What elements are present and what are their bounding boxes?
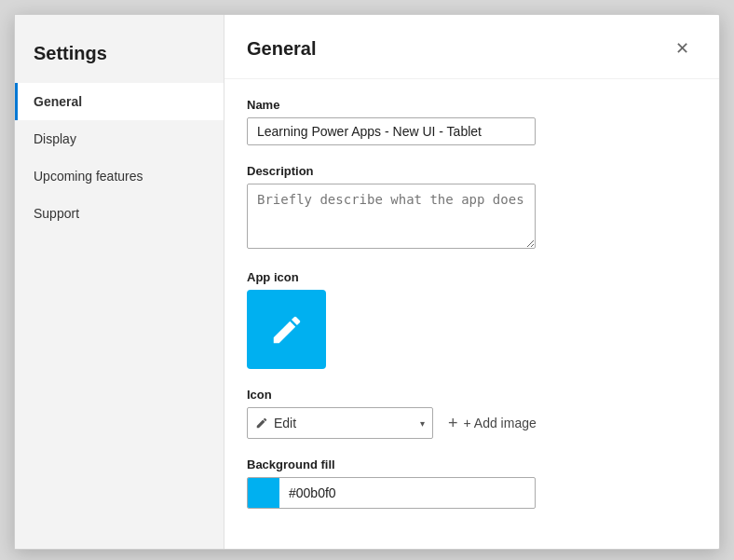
- sidebar-title: Settings: [15, 34, 224, 83]
- app-icon-group: App icon: [247, 270, 697, 369]
- icon-select[interactable]: Edit ▾: [247, 407, 433, 439]
- name-group: Name: [247, 98, 697, 145]
- plus-icon: +: [448, 414, 458, 433]
- background-fill-group: Background fill: [247, 458, 697, 509]
- background-fill-input[interactable]: [279, 485, 535, 500]
- pencil-icon: [269, 312, 305, 348]
- sidebar-item-upcoming-features[interactable]: Upcoming features: [15, 157, 224, 195]
- settings-dialog: Settings General Display Upcoming featur…: [14, 14, 720, 550]
- sidebar-item-display[interactable]: Display: [15, 120, 224, 157]
- name-label: Name: [247, 98, 697, 112]
- close-button[interactable]: ✕: [667, 34, 697, 63]
- add-image-button[interactable]: + + Add image: [448, 414, 537, 433]
- icon-group: Icon Edit ▾ +: [247, 388, 697, 439]
- pencil-small-icon: [255, 417, 268, 430]
- icon-label: Icon: [247, 388, 697, 402]
- description-input[interactable]: [247, 184, 536, 249]
- close-icon: ✕: [675, 38, 689, 59]
- name-input[interactable]: [247, 117, 536, 145]
- background-fill-row: [247, 477, 536, 509]
- main-header: General ✕: [224, 15, 719, 79]
- chevron-down-icon: ▾: [420, 418, 425, 429]
- description-group: Description: [247, 164, 697, 252]
- main-body: Name Description App icon: [224, 79, 719, 549]
- add-image-label: + Add image: [464, 416, 537, 430]
- app-icon-label: App icon: [247, 270, 697, 284]
- background-fill-label: Background fill: [247, 458, 697, 471]
- sidebar-item-support[interactable]: Support: [15, 195, 224, 232]
- app-icon-preview[interactable]: [247, 290, 326, 369]
- icon-row: Edit ▾ + + Add image: [247, 407, 697, 439]
- sidebar-item-general[interactable]: General: [15, 83, 224, 120]
- sidebar: Settings General Display Upcoming featur…: [15, 15, 224, 549]
- main-content: General ✕ Name Description App: [224, 15, 719, 549]
- description-label: Description: [247, 164, 697, 178]
- page-title: General: [247, 38, 316, 60]
- icon-select-value: Edit: [274, 416, 296, 430]
- background-fill-swatch[interactable]: [248, 477, 279, 509]
